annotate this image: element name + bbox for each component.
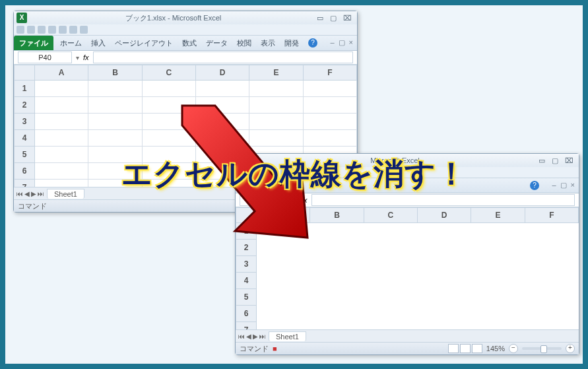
page-break-view-icon[interactable]	[472, 344, 482, 353]
name-box-dropdown-icon[interactable]: ▾	[76, 54, 79, 61]
title-bar: X ブック1.xlsx - Microsoft Excel ▭ ▢ ⌧	[14, 11, 357, 24]
macro-record-icon[interactable]: ■	[273, 345, 277, 352]
col-header[interactable]: E	[471, 208, 525, 223]
status-bar: コマンド ■ 145% − +	[236, 342, 579, 354]
mdi-minimize-icon[interactable]: –	[330, 38, 334, 47]
print-icon[interactable]	[69, 26, 77, 34]
zoom-slider[interactable]	[522, 347, 562, 350]
status-mode: コマンド	[240, 344, 269, 354]
col-header[interactable]: B	[88, 65, 142, 81]
row-header[interactable]: 3	[15, 114, 35, 130]
sheet-nav: ⏮ ◀ ▶ ⏭	[238, 333, 266, 340]
formula-input[interactable]	[93, 51, 353, 63]
sheet-tab[interactable]: Sheet1	[269, 331, 306, 341]
tab-file[interactable]: ファイル	[14, 36, 53, 50]
row-header[interactable]: 4	[15, 130, 35, 147]
tab-formulas[interactable]: 数式	[180, 38, 199, 48]
fx-icon[interactable]: fx	[83, 53, 89, 61]
minimize-icon[interactable]: ▭	[317, 14, 323, 22]
new-icon[interactable]	[48, 26, 56, 34]
sheet-next-icon[interactable]: ▶	[253, 333, 258, 340]
col-header[interactable]: F	[525, 208, 578, 223]
tab-home[interactable]: ホーム	[57, 38, 84, 48]
formula-bar: P40 ▾ fx	[14, 51, 357, 65]
tab-data[interactable]: データ	[203, 38, 230, 48]
row-header[interactable]: 2	[15, 97, 35, 114]
col-header[interactable]: F	[303, 65, 356, 81]
undo-icon[interactable]	[27, 26, 35, 34]
mdi-restore-icon[interactable]: ▢	[339, 38, 345, 47]
zoom-controls: 145% − +	[448, 344, 575, 353]
tab-review[interactable]: 校閲	[234, 38, 254, 48]
quick-access-toolbar	[14, 24, 357, 36]
col-header[interactable]: D	[417, 208, 471, 223]
col-header[interactable]: D	[195, 65, 249, 81]
window-controls: ▭ ▢ ⌧	[317, 14, 352, 22]
row-header[interactable]: 7	[236, 322, 257, 330]
col-header[interactable]: A	[257, 208, 310, 223]
worksheet-area[interactable]: A B C D E F 1 2 3 4 5 6 7 8 9	[236, 207, 579, 329]
save-icon[interactable]	[16, 26, 24, 34]
page-layout-view-icon[interactable]	[460, 344, 471, 353]
view-buttons	[448, 344, 482, 353]
row-header[interactable]: 1	[15, 81, 35, 97]
name-box[interactable]	[240, 194, 294, 206]
mdi-controls: – ▢ ×	[330, 38, 353, 47]
formula-bar: fx	[236, 193, 579, 207]
col-header[interactable]: C	[364, 208, 417, 223]
col-header[interactable]: B	[310, 208, 364, 223]
sheet-prev-icon[interactable]: ◀	[246, 333, 251, 340]
sheet-tab-bar: ⏮ ◀ ▶ ⏭ Sheet1	[236, 329, 579, 342]
row-header[interactable]: 3	[236, 256, 257, 273]
zoom-percent[interactable]: 145%	[486, 345, 505, 352]
tab-page-layout[interactable]: ページレイアウト	[112, 38, 176, 48]
formula-input[interactable]	[311, 194, 575, 206]
row-header[interactable]: 2	[236, 240, 257, 256]
redo-icon[interactable]	[38, 26, 46, 34]
row-header[interactable]: 6	[236, 306, 257, 322]
preview-icon[interactable]	[80, 26, 88, 34]
ribbon-tabs: ファイル ホーム 挿入 ページレイアウト 数式 データ 校閲 表示 開発 ? –…	[14, 36, 357, 51]
close-icon[interactable]: ⌧	[343, 14, 352, 22]
fx-icon[interactable]: fx	[302, 196, 308, 204]
sheet-last-icon[interactable]: ⏭	[259, 333, 266, 340]
worksheet-grid-no-gridlines[interactable]: A B C D E F 1 2 3 4 5 6 7 8 9	[236, 207, 579, 329]
normal-view-icon[interactable]	[448, 344, 459, 353]
status-mode: コマンド	[18, 201, 47, 211]
tab-insert[interactable]: 挿入	[88, 38, 108, 48]
tab-developer[interactable]: 開発	[282, 38, 302, 48]
select-all-corner[interactable]	[236, 208, 257, 223]
zoom-out-button[interactable]: −	[509, 344, 518, 353]
col-header[interactable]: C	[142, 65, 195, 81]
window-title: ブック1.xlsx - Microsoft Excel	[30, 13, 317, 23]
sheet-first-icon[interactable]: ⏮	[238, 333, 245, 340]
select-all-corner[interactable]	[15, 65, 35, 81]
col-header[interactable]: E	[249, 65, 303, 81]
excel-app-icon: X	[16, 13, 27, 23]
headline-text: エクセルの枠線を消す！	[5, 154, 583, 195]
row-header[interactable]: 1	[236, 223, 257, 240]
tab-view[interactable]: 表示	[258, 38, 278, 48]
mdi-close-icon[interactable]: ×	[349, 38, 353, 47]
zoom-in-button[interactable]: +	[566, 344, 575, 353]
row-header[interactable]: 5	[236, 289, 257, 306]
maximize-icon[interactable]: ▢	[330, 14, 337, 22]
open-icon[interactable]	[59, 26, 67, 34]
name-box[interactable]: P40	[18, 51, 72, 63]
help-icon[interactable]: ?	[308, 38, 317, 48]
row-header[interactable]: 4	[236, 273, 257, 289]
col-header[interactable]: A	[35, 65, 88, 81]
